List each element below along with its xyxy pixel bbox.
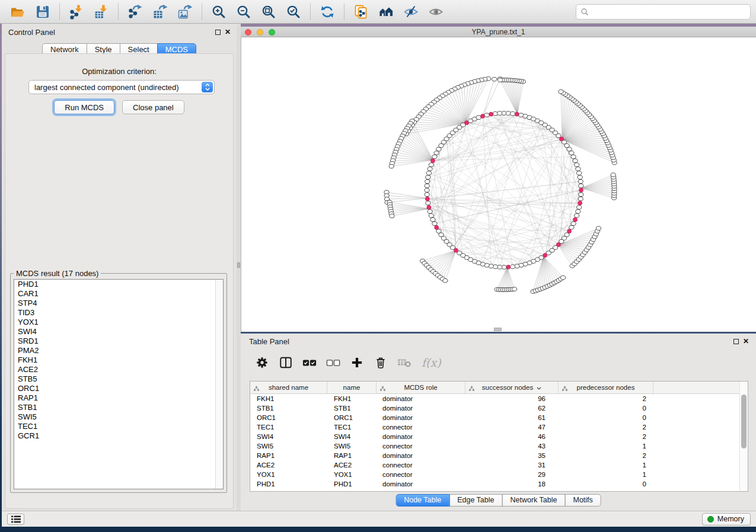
- close-window-icon[interactable]: [245, 29, 251, 36]
- table-row[interactable]: YOX1YOX1connector291: [250, 470, 748, 479]
- mcds-node-item[interactable]: GCR1: [14, 431, 223, 441]
- clone-network-icon[interactable]: [352, 3, 370, 21]
- deselect-all-icon[interactable]: [323, 353, 343, 372]
- search-icon: [580, 8, 589, 16]
- cell-name: YOX1: [327, 470, 377, 479]
- status-bar: Memory: [2, 511, 756, 527]
- cell-MCDS-role: connector: [377, 441, 465, 451]
- mcds-node-item[interactable]: SWI5: [14, 412, 223, 422]
- criterion-dropdown[interactable]: largest connected component (undirected): [28, 80, 215, 94]
- zoom-in-icon[interactable]: [210, 3, 228, 21]
- mcds-node-item[interactable]: ACE2: [14, 365, 223, 374]
- refresh-layout-icon[interactable]: [318, 3, 336, 21]
- close-panel-icon[interactable]: ✕: [225, 30, 231, 35]
- list-scrollbar[interactable]: [215, 280, 223, 489]
- network-overview-icon[interactable]: [377, 3, 395, 21]
- mcds-node-item[interactable]: RAP1: [14, 393, 223, 403]
- export-table-icon[interactable]: [151, 3, 169, 21]
- zoom-out-icon[interactable]: [235, 3, 253, 21]
- table-row[interactable]: PHD1PHD1dominator180: [250, 479, 748, 489]
- canvas-hscrollbar[interactable]: [494, 328, 502, 331]
- table-panel: Table Panel ✕ f(x) shared namenameMCDS r…: [241, 334, 756, 511]
- column-header-MCDS-role[interactable]: MCDS role: [377, 382, 465, 393]
- tab-network-table[interactable]: Network Table: [502, 494, 566, 507]
- mcds-panel: Optimization criterion: largest connecte…: [5, 53, 234, 509]
- mcds-node-item[interactable]: STB5: [14, 374, 223, 384]
- maximize-window-icon[interactable]: [269, 29, 275, 36]
- mcds-node-item[interactable]: TEC1: [14, 422, 223, 431]
- mcds-result-list[interactable]: PHD1CAR1STP4TID3YOX1SWI4SRD1PMA2FKH1ACE2…: [14, 279, 224, 489]
- mcds-node-item[interactable]: FKH1: [14, 355, 223, 365]
- run-mcds-button[interactable]: Run MCDS: [54, 100, 114, 114]
- show-columns-icon[interactable]: [276, 353, 296, 372]
- mcds-node-item[interactable]: YOX1: [14, 318, 223, 327]
- zoom-selected-icon[interactable]: [285, 3, 302, 21]
- open-session-icon[interactable]: [9, 3, 27, 21]
- mcds-result-title: MCDS result (17 nodes): [14, 269, 101, 278]
- cell-shared-name: RAP1: [250, 451, 327, 460]
- table-settings-gear-icon[interactable]: [252, 353, 272, 372]
- network-graph: [241, 37, 756, 332]
- table-row[interactable]: TEC1TEC1connector472: [250, 422, 748, 432]
- table-scrollbar-thumb[interactable]: [741, 395, 747, 448]
- select-all-icon[interactable]: [299, 353, 320, 372]
- minimize-window-icon[interactable]: [257, 29, 263, 36]
- column-header-successor-nodes[interactable]: successor nodes: [465, 382, 559, 393]
- cell-predecessor-nodes: 0: [559, 403, 653, 413]
- zoom-fit-icon[interactable]: [260, 3, 277, 21]
- panel-divider[interactable]: [237, 24, 241, 511]
- table-row[interactable]: ACE2ACE2connector311: [250, 460, 748, 470]
- mcds-node-item[interactable]: PHD1: [14, 280, 223, 289]
- search-field[interactable]: [576, 4, 751, 20]
- main-toolbar: [0, 0, 756, 24]
- add-column-icon[interactable]: [347, 353, 367, 372]
- save-session-icon[interactable]: [34, 3, 52, 21]
- search-input[interactable]: [589, 8, 737, 16]
- mcds-node-item[interactable]: STP4: [14, 299, 223, 308]
- mcds-node-item[interactable]: STB1: [14, 403, 223, 412]
- export-image-icon[interactable]: [176, 3, 194, 21]
- close-table-panel-icon[interactable]: ✕: [743, 339, 749, 344]
- hide-panels-icon[interactable]: [402, 3, 420, 21]
- cell-name: RAP1: [327, 451, 377, 460]
- table-row[interactable]: ORC1ORC1dominator610: [250, 413, 748, 422]
- toolbar-separator: [118, 4, 119, 20]
- import-table-icon[interactable]: [92, 3, 110, 21]
- mcds-node-item[interactable]: PMA2: [14, 346, 223, 355]
- tab-motifs[interactable]: Motifs: [564, 494, 601, 507]
- table-row[interactable]: FKH1FKH1dominator962: [250, 394, 748, 403]
- network-window-titlebar[interactable]: YPA_prune.txt_1: [241, 27, 756, 37]
- network-canvas[interactable]: [241, 37, 756, 332]
- table-row[interactable]: STB1STB1dominator620: [250, 403, 748, 413]
- cell-name: ORC1: [327, 413, 377, 422]
- show-panels-icon[interactable]: [427, 3, 445, 21]
- export-network-icon[interactable]: [126, 3, 144, 21]
- tab-edge-table[interactable]: Edge Table: [449, 494, 502, 507]
- delete-column-icon[interactable]: [371, 353, 391, 372]
- mcds-node-item[interactable]: SRD1: [14, 336, 223, 346]
- table-row[interactable]: RAP1RAP1dominator352: [250, 451, 748, 460]
- cell-successor-nodes: 46: [465, 432, 559, 441]
- table-row[interactable]: SWI5SWI5connector431: [250, 441, 748, 451]
- column-header-shared-name[interactable]: shared name: [250, 382, 327, 393]
- mcds-node-item[interactable]: TID3: [14, 308, 223, 318]
- cell-MCDS-role: dominator: [377, 394, 465, 403]
- float-panel-icon[interactable]: [215, 30, 221, 35]
- column-header-predecessor-nodes[interactable]: predecessor nodes: [559, 382, 653, 393]
- mcds-node-item[interactable]: CAR1: [14, 289, 223, 299]
- divider-grip[interactable]: [237, 262, 240, 268]
- mcds-node-item[interactable]: ORC1: [14, 384, 223, 393]
- table-scrollbar[interactable]: [739, 382, 748, 491]
- memory-button[interactable]: Memory: [702, 513, 751, 525]
- show-console-button[interactable]: [7, 514, 24, 525]
- close-panel-button[interactable]: Close panel: [122, 100, 184, 114]
- tab-node-table[interactable]: Node Table: [395, 494, 449, 507]
- column-header-name[interactable]: name: [327, 382, 377, 393]
- float-table-panel-icon[interactable]: [733, 339, 739, 344]
- table-row[interactable]: SWI4SWI4dominator462: [250, 432, 748, 441]
- cell-successor-nodes: 31: [465, 460, 559, 470]
- node-table: shared namenameMCDS rolesuccessor nodesp…: [250, 381, 748, 492]
- import-network-icon[interactable]: [68, 3, 85, 21]
- mcds-node-item[interactable]: SWI4: [14, 327, 223, 336]
- cell-successor-nodes: 47: [465, 422, 559, 432]
